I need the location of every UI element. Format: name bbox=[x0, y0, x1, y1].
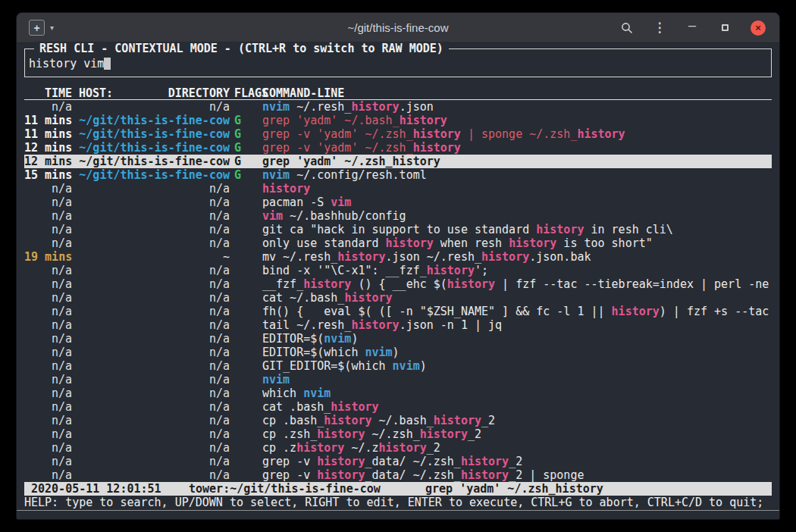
row-command: fh() { eval $( ([ -n "$ZSH_NAME" ] && fc… bbox=[262, 305, 769, 318]
help-line: HELP: type to search, UP/DOWN to select,… bbox=[24, 496, 772, 509]
command-segment: grep -v 'yadm' ~/.zsh_ bbox=[262, 127, 413, 141]
row-directory: ~/git/this-is-fine-cow bbox=[79, 168, 230, 182]
row-command: cp .zsh_history ~/.zsh_history_2 bbox=[262, 427, 481, 441]
menu-kebab-icon[interactable]: ⋮ bbox=[653, 21, 666, 35]
history-row[interactable]: 12 mins~/git/this-is-fine-cowGgrep -v 'y… bbox=[24, 141, 772, 155]
command-segment: cat .bash_ bbox=[262, 400, 331, 414]
row-directory: n/a bbox=[79, 441, 230, 455]
history-row[interactable]: n/an/awhich nvim bbox=[24, 386, 772, 400]
command-segment: ) bbox=[420, 359, 427, 373]
command-segment: history bbox=[379, 441, 427, 455]
history-row[interactable]: n/an/acat ~/.bash_history bbox=[24, 291, 772, 305]
history-row[interactable]: n/an/aGIT_EDITOR=$(which nvim) bbox=[24, 359, 772, 373]
row-directory: n/a bbox=[79, 318, 230, 332]
row-time: n/a bbox=[24, 196, 72, 209]
command-segment: | sponge ~/.zsh_ bbox=[461, 127, 578, 141]
history-row[interactable]: n/an/acp .zsh_history ~/.zsh_history_2 bbox=[24, 427, 772, 441]
row-flags: G bbox=[234, 155, 241, 168]
history-row[interactable]: n/an/agrep -v history_data/ ~/.zsh_histo… bbox=[24, 455, 772, 468]
row-directory: n/a bbox=[79, 455, 230, 468]
row-time: n/a bbox=[24, 209, 72, 223]
row-command: GIT_EDITOR=$(which nvim) bbox=[262, 359, 427, 373]
history-row[interactable]: n/an/aEDITOR=$(nvim) bbox=[24, 332, 772, 346]
history-row[interactable]: 11 mins~/git/this-is-fine-cowGgrep -v 'y… bbox=[24, 127, 772, 141]
history-row[interactable]: n/an/acat .bash_history bbox=[24, 400, 772, 414]
command-segment: .json.bak bbox=[529, 250, 591, 264]
history-row[interactable]: n/an/avim ~/.bashhub/config bbox=[24, 209, 772, 223]
row-directory: n/a bbox=[79, 277, 230, 291]
history-row[interactable]: n/an/agit ca "hack in support to use sta… bbox=[24, 223, 772, 236]
command-segment: _2 bbox=[481, 414, 495, 427]
header-time: TIME bbox=[24, 86, 72, 100]
row-directory: n/a bbox=[79, 223, 230, 236]
restore-button[interactable] bbox=[718, 21, 732, 35]
command-segment: GIT_EDITOR=$(which bbox=[262, 359, 393, 373]
titlebar[interactable]: + ▾ ~/git/this-is-fine-cow ⋮ – × bbox=[17, 13, 779, 43]
row-command: EDITOR=$(which nvim) bbox=[262, 346, 400, 359]
history-row[interactable]: 15 mins~/git/this-is-fine-cowGnvim ~/.co… bbox=[24, 168, 772, 182]
history-row[interactable]: n/an/aonly use standard history when res… bbox=[24, 236, 772, 250]
history-row[interactable]: n/an/anvim ~/.resh_history.json bbox=[24, 100, 772, 114]
row-time: n/a bbox=[24, 332, 72, 346]
header-command-line: COMMAND-LINE bbox=[262, 86, 344, 100]
history-row-selected[interactable]: 12 mins~/git/this-is-fine-cowGgrep 'yadm… bbox=[24, 155, 772, 168]
command-segment: __fzf_ bbox=[262, 277, 303, 291]
row-time: 12 mins bbox=[24, 155, 72, 168]
history-row[interactable]: n/an/anvim bbox=[24, 373, 772, 386]
command-segment: when resh bbox=[434, 236, 509, 250]
command-segment: _2 bbox=[509, 455, 522, 468]
row-time: n/a bbox=[24, 100, 72, 114]
row-time: n/a bbox=[24, 318, 72, 332]
row-directory: n/a bbox=[79, 291, 230, 305]
search-icon[interactable] bbox=[620, 21, 634, 35]
status-datetime: 2020-05-11 12:01:51 bbox=[31, 482, 161, 496]
row-command: __fzf_history () { __ehc $(history | fzf… bbox=[262, 277, 769, 291]
new-tab-button[interactable]: + bbox=[29, 20, 45, 36]
row-directory: ~/git/this-is-fine-cow bbox=[79, 114, 230, 127]
history-row[interactable]: n/an/acp .bash_history ~/.bash_history_2 bbox=[24, 414, 772, 427]
row-directory: n/a bbox=[79, 209, 230, 223]
history-row[interactable]: n/an/agrep -v history_data/ ~/.zsh_histo… bbox=[24, 468, 772, 482]
titlebar-right-controls: ⋮ – × bbox=[620, 20, 779, 36]
restore-icon bbox=[722, 24, 729, 31]
history-row[interactable]: n/an/abind -x '"\C-x1": __fzf_history'; bbox=[24, 264, 772, 277]
command-segment: history bbox=[386, 236, 434, 250]
command-segment: grep 'yadm' ~/.zsh_history bbox=[262, 155, 440, 168]
row-time: n/a bbox=[24, 386, 72, 400]
row-command: grep 'yadm' ~/.zsh_history bbox=[262, 155, 440, 168]
minimize-button[interactable]: – bbox=[685, 21, 699, 35]
row-command: grep -v 'yadm' ~/.zsh_history | sponge ~… bbox=[262, 127, 625, 141]
history-row[interactable]: n/an/atail ~/.resh_history.json -n 1 | j… bbox=[24, 318, 772, 332]
command-segment: nvim bbox=[324, 332, 351, 346]
command-segment: history bbox=[434, 414, 481, 427]
command-segment: git ca "hack in support to use standard bbox=[262, 223, 536, 236]
close-button[interactable]: × bbox=[751, 20, 766, 36]
command-segment: cp .bash_ bbox=[262, 414, 324, 427]
command-segment: history bbox=[509, 236, 556, 250]
row-directory: n/a bbox=[79, 468, 230, 482]
selected-entry-status-bar: 2020-05-11 12:01:51 tower:~/git/this-is-… bbox=[24, 482, 772, 496]
history-row[interactable]: 11 mins~/git/this-is-fine-cowGgrep 'yadm… bbox=[24, 114, 772, 127]
command-segment: history bbox=[296, 441, 344, 455]
command-segment: is too short" bbox=[556, 236, 652, 250]
history-row[interactable]: n/an/ahistory bbox=[24, 182, 772, 196]
row-flags: G bbox=[234, 168, 241, 182]
command-segment: ) bbox=[351, 332, 358, 346]
history-row[interactable]: n/an/acp .zhistory ~/.zhistory_2 bbox=[24, 441, 772, 455]
command-segment: cp .z bbox=[262, 441, 296, 455]
chevron-down-icon[interactable]: ▾ bbox=[50, 23, 54, 32]
command-segment: history bbox=[413, 141, 461, 155]
row-directory: n/a bbox=[79, 305, 230, 318]
history-row[interactable]: n/an/apacman -S vim bbox=[24, 196, 772, 209]
history-row[interactable]: n/an/a__fzf_history () { __ehc $(history… bbox=[24, 277, 772, 291]
command-segment: which bbox=[262, 386, 303, 400]
plus-icon: + bbox=[33, 22, 39, 34]
history-row[interactable]: n/an/aEDITOR=$(which nvim) bbox=[24, 346, 772, 359]
row-time: n/a bbox=[24, 346, 72, 359]
command-segment: grep -v bbox=[262, 455, 317, 468]
row-time: n/a bbox=[24, 400, 72, 414]
history-row[interactable]: 19 mins~mv ~/.resh_history.json ~/.resh_… bbox=[24, 250, 772, 264]
status-command: grep 'yadm' ~/.zsh_history bbox=[425, 482, 603, 496]
history-row[interactable]: n/an/afh() { eval $( ([ -n "$ZSH_NAME" ]… bbox=[24, 305, 772, 318]
row-directory: n/a bbox=[79, 427, 230, 441]
